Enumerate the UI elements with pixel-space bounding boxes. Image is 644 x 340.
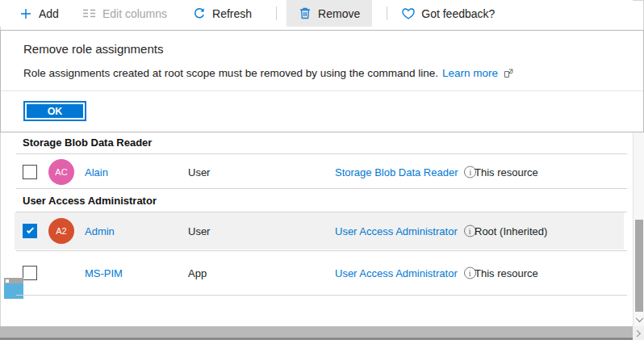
add-button[interactable]: Add [16, 0, 62, 27]
heart-icon [402, 7, 415, 20]
role-link[interactable]: Storage Blob Data Reader [335, 166, 458, 178]
chevron-right-icon [634, 330, 640, 336]
dialog-message-text: Role assignments created at root scope m… [23, 67, 438, 79]
assignee-name-link[interactable]: MS-PIM [85, 267, 123, 279]
row-checkbox[interactable] [23, 224, 37, 238]
assignee-type: App [188, 267, 207, 279]
role-link[interactable]: User Access Administrator [335, 225, 458, 237]
role-cell: User Access Administrator i [335, 225, 476, 237]
table-row-alain[interactable]: AC Alain User Storage Blob Data Reader i… [0, 155, 633, 188]
add-button-label: Add [39, 7, 59, 20]
refresh-button-label: Refresh [212, 7, 252, 20]
toolbar-separator [276, 6, 277, 20]
edit-columns-label: Edit columns [102, 7, 167, 20]
learn-more-link[interactable]: Learn more [442, 67, 498, 79]
scroll-down-button[interactable] [634, 312, 644, 326]
role-cell: Storage Blob Data Reader i [335, 166, 476, 178]
role-assignments-window: Add Edit columns Refresh Remove Go [0, 0, 644, 340]
remove-button[interactable]: Remove [286, 0, 372, 27]
role-cell: User Access Administrator i [335, 267, 476, 279]
scope-value: This resource [475, 166, 538, 178]
avatar: A2 [48, 218, 74, 244]
dialog-divider [1, 90, 643, 91]
dialog-title: Remove role assignments [23, 42, 163, 56]
remove-button-label: Remove [318, 7, 360, 20]
scroll-right-button[interactable] [633, 326, 644, 340]
ok-button[interactable]: OK [23, 101, 86, 121]
scope-value: Root (Inherited) [475, 225, 547, 237]
assignee-type: User [188, 225, 210, 237]
columns-icon [83, 7, 96, 20]
assignee-name-link[interactable]: Admin [85, 225, 115, 237]
got-feedback-button[interactable]: Got feedback? [399, 0, 498, 27]
divider [16, 295, 627, 296]
refresh-button[interactable]: Refresh [190, 0, 255, 27]
refresh-icon [193, 7, 206, 20]
chevron-down-icon [635, 314, 643, 322]
vertical-scrollbar[interactable] [633, 132, 644, 326]
toolbar: Add Edit columns Refresh Remove Go [0, 0, 633, 27]
group-header-user-access-administrator: User Access Administrator [23, 195, 157, 207]
row-checkbox[interactable] [23, 266, 37, 280]
got-feedback-label: Got feedback? [421, 7, 495, 20]
plus-icon [19, 7, 32, 20]
assignee-name-link[interactable]: Alain [85, 166, 108, 178]
divider [16, 153, 627, 154]
row-checkbox[interactable] [23, 165, 37, 179]
edit-columns-button: Edit columns [80, 0, 170, 27]
remove-role-assignments-dialog: Remove role assignments Role assignments… [0, 30, 644, 132]
role-link[interactable]: User Access Administrator [335, 267, 458, 279]
toolbar-separator [387, 6, 387, 20]
vertical-scrollbar-thumb[interactable] [635, 220, 643, 312]
group-header-storage-blob-data-reader: Storage Blob Data Reader [23, 136, 152, 149]
table-row-ms-pim[interactable]: MS-PIM App User Access Administrator i T… [0, 251, 633, 295]
external-link-icon [504, 69, 513, 78]
divider [16, 188, 627, 189]
assignee-type: User [188, 166, 210, 178]
scope-value: This resource [475, 267, 538, 279]
trash-icon [299, 7, 312, 20]
table-row-admin[interactable]: A2 Admin User User Access Administrator … [15, 212, 624, 250]
horizontal-scrollbar-thumb[interactable] [0, 326, 633, 340]
dialog-message: Role assignments created at root scope m… [23, 67, 513, 79]
avatar: AC [48, 159, 74, 185]
